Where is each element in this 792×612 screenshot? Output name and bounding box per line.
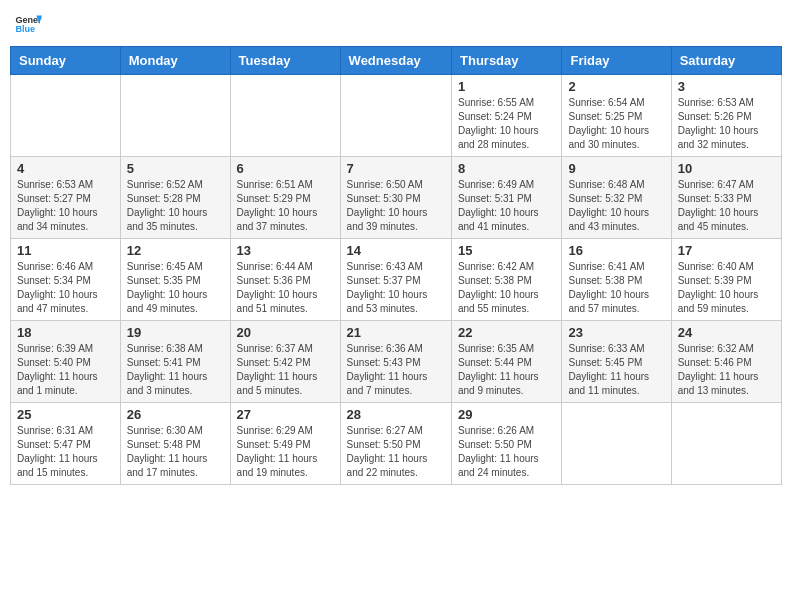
calendar-cell: 14Sunrise: 6:43 AM Sunset: 5:37 PM Dayli… <box>340 239 451 321</box>
day-number: 28 <box>347 407 445 422</box>
day-number: 8 <box>458 161 555 176</box>
day-number: 24 <box>678 325 775 340</box>
day-number: 4 <box>17 161 114 176</box>
weekday-header-row: SundayMondayTuesdayWednesdayThursdayFrid… <box>11 47 782 75</box>
calendar-cell: 21Sunrise: 6:36 AM Sunset: 5:43 PM Dayli… <box>340 321 451 403</box>
calendar-cell: 9Sunrise: 6:48 AM Sunset: 5:32 PM Daylig… <box>562 157 671 239</box>
calendar-cell: 8Sunrise: 6:49 AM Sunset: 5:31 PM Daylig… <box>452 157 562 239</box>
day-info: Sunrise: 6:41 AM Sunset: 5:38 PM Dayligh… <box>568 260 664 316</box>
calendar-cell: 16Sunrise: 6:41 AM Sunset: 5:38 PM Dayli… <box>562 239 671 321</box>
weekday-header-wednesday: Wednesday <box>340 47 451 75</box>
page-header: General Blue <box>10 10 782 38</box>
calendar-cell: 25Sunrise: 6:31 AM Sunset: 5:47 PM Dayli… <box>11 403 121 485</box>
day-info: Sunrise: 6:53 AM Sunset: 5:27 PM Dayligh… <box>17 178 114 234</box>
calendar-cell: 15Sunrise: 6:42 AM Sunset: 5:38 PM Dayli… <box>452 239 562 321</box>
calendar-week-2: 11Sunrise: 6:46 AM Sunset: 5:34 PM Dayli… <box>11 239 782 321</box>
day-number: 15 <box>458 243 555 258</box>
calendar-cell: 27Sunrise: 6:29 AM Sunset: 5:49 PM Dayli… <box>230 403 340 485</box>
day-info: Sunrise: 6:31 AM Sunset: 5:47 PM Dayligh… <box>17 424 114 480</box>
day-number: 16 <box>568 243 664 258</box>
day-info: Sunrise: 6:45 AM Sunset: 5:35 PM Dayligh… <box>127 260 224 316</box>
calendar-cell: 29Sunrise: 6:26 AM Sunset: 5:50 PM Dayli… <box>452 403 562 485</box>
day-info: Sunrise: 6:48 AM Sunset: 5:32 PM Dayligh… <box>568 178 664 234</box>
calendar-cell <box>340 75 451 157</box>
calendar-cell: 18Sunrise: 6:39 AM Sunset: 5:40 PM Dayli… <box>11 321 121 403</box>
calendar-cell: 12Sunrise: 6:45 AM Sunset: 5:35 PM Dayli… <box>120 239 230 321</box>
day-info: Sunrise: 6:35 AM Sunset: 5:44 PM Dayligh… <box>458 342 555 398</box>
day-number: 21 <box>347 325 445 340</box>
day-number: 20 <box>237 325 334 340</box>
day-info: Sunrise: 6:52 AM Sunset: 5:28 PM Dayligh… <box>127 178 224 234</box>
day-number: 5 <box>127 161 224 176</box>
day-number: 14 <box>347 243 445 258</box>
day-info: Sunrise: 6:33 AM Sunset: 5:45 PM Dayligh… <box>568 342 664 398</box>
calendar-cell: 1Sunrise: 6:55 AM Sunset: 5:24 PM Daylig… <box>452 75 562 157</box>
calendar-cell: 24Sunrise: 6:32 AM Sunset: 5:46 PM Dayli… <box>671 321 781 403</box>
day-info: Sunrise: 6:49 AM Sunset: 5:31 PM Dayligh… <box>458 178 555 234</box>
calendar-week-3: 18Sunrise: 6:39 AM Sunset: 5:40 PM Dayli… <box>11 321 782 403</box>
day-info: Sunrise: 6:37 AM Sunset: 5:42 PM Dayligh… <box>237 342 334 398</box>
day-info: Sunrise: 6:47 AM Sunset: 5:33 PM Dayligh… <box>678 178 775 234</box>
day-number: 29 <box>458 407 555 422</box>
day-info: Sunrise: 6:53 AM Sunset: 5:26 PM Dayligh… <box>678 96 775 152</box>
calendar-cell: 26Sunrise: 6:30 AM Sunset: 5:48 PM Dayli… <box>120 403 230 485</box>
day-number: 6 <box>237 161 334 176</box>
day-number: 11 <box>17 243 114 258</box>
day-info: Sunrise: 6:40 AM Sunset: 5:39 PM Dayligh… <box>678 260 775 316</box>
calendar-cell: 5Sunrise: 6:52 AM Sunset: 5:28 PM Daylig… <box>120 157 230 239</box>
calendar-cell: 3Sunrise: 6:53 AM Sunset: 5:26 PM Daylig… <box>671 75 781 157</box>
calendar-cell: 17Sunrise: 6:40 AM Sunset: 5:39 PM Dayli… <box>671 239 781 321</box>
day-info: Sunrise: 6:44 AM Sunset: 5:36 PM Dayligh… <box>237 260 334 316</box>
day-number: 27 <box>237 407 334 422</box>
day-number: 25 <box>17 407 114 422</box>
calendar-cell <box>120 75 230 157</box>
weekday-header-saturday: Saturday <box>671 47 781 75</box>
calendar-cell <box>562 403 671 485</box>
calendar-table: SundayMondayTuesdayWednesdayThursdayFrid… <box>10 46 782 485</box>
day-info: Sunrise: 6:43 AM Sunset: 5:37 PM Dayligh… <box>347 260 445 316</box>
svg-text:Blue: Blue <box>15 24 35 34</box>
calendar-cell: 4Sunrise: 6:53 AM Sunset: 5:27 PM Daylig… <box>11 157 121 239</box>
day-info: Sunrise: 6:42 AM Sunset: 5:38 PM Dayligh… <box>458 260 555 316</box>
day-info: Sunrise: 6:55 AM Sunset: 5:24 PM Dayligh… <box>458 96 555 152</box>
calendar-cell <box>230 75 340 157</box>
calendar-cell: 13Sunrise: 6:44 AM Sunset: 5:36 PM Dayli… <box>230 239 340 321</box>
day-number: 9 <box>568 161 664 176</box>
logo: General Blue <box>14 10 42 38</box>
weekday-header-friday: Friday <box>562 47 671 75</box>
calendar-cell: 19Sunrise: 6:38 AM Sunset: 5:41 PM Dayli… <box>120 321 230 403</box>
day-info: Sunrise: 6:50 AM Sunset: 5:30 PM Dayligh… <box>347 178 445 234</box>
weekday-header-sunday: Sunday <box>11 47 121 75</box>
day-number: 2 <box>568 79 664 94</box>
day-number: 18 <box>17 325 114 340</box>
day-number: 26 <box>127 407 224 422</box>
day-info: Sunrise: 6:26 AM Sunset: 5:50 PM Dayligh… <box>458 424 555 480</box>
weekday-header-tuesday: Tuesday <box>230 47 340 75</box>
calendar-cell: 7Sunrise: 6:50 AM Sunset: 5:30 PM Daylig… <box>340 157 451 239</box>
day-info: Sunrise: 6:29 AM Sunset: 5:49 PM Dayligh… <box>237 424 334 480</box>
day-info: Sunrise: 6:38 AM Sunset: 5:41 PM Dayligh… <box>127 342 224 398</box>
calendar-cell: 20Sunrise: 6:37 AM Sunset: 5:42 PM Dayli… <box>230 321 340 403</box>
calendar-week-4: 25Sunrise: 6:31 AM Sunset: 5:47 PM Dayli… <box>11 403 782 485</box>
day-number: 3 <box>678 79 775 94</box>
calendar-week-1: 4Sunrise: 6:53 AM Sunset: 5:27 PM Daylig… <box>11 157 782 239</box>
day-info: Sunrise: 6:36 AM Sunset: 5:43 PM Dayligh… <box>347 342 445 398</box>
calendar-cell: 2Sunrise: 6:54 AM Sunset: 5:25 PM Daylig… <box>562 75 671 157</box>
day-info: Sunrise: 6:32 AM Sunset: 5:46 PM Dayligh… <box>678 342 775 398</box>
calendar-cell: 11Sunrise: 6:46 AM Sunset: 5:34 PM Dayli… <box>11 239 121 321</box>
day-info: Sunrise: 6:39 AM Sunset: 5:40 PM Dayligh… <box>17 342 114 398</box>
day-info: Sunrise: 6:46 AM Sunset: 5:34 PM Dayligh… <box>17 260 114 316</box>
day-info: Sunrise: 6:27 AM Sunset: 5:50 PM Dayligh… <box>347 424 445 480</box>
day-number: 7 <box>347 161 445 176</box>
calendar-cell: 10Sunrise: 6:47 AM Sunset: 5:33 PM Dayli… <box>671 157 781 239</box>
day-number: 12 <box>127 243 224 258</box>
day-number: 22 <box>458 325 555 340</box>
logo-icon: General Blue <box>14 10 42 38</box>
day-info: Sunrise: 6:30 AM Sunset: 5:48 PM Dayligh… <box>127 424 224 480</box>
calendar-cell: 28Sunrise: 6:27 AM Sunset: 5:50 PM Dayli… <box>340 403 451 485</box>
calendar-cell <box>671 403 781 485</box>
day-number: 19 <box>127 325 224 340</box>
day-number: 1 <box>458 79 555 94</box>
day-number: 17 <box>678 243 775 258</box>
day-number: 13 <box>237 243 334 258</box>
